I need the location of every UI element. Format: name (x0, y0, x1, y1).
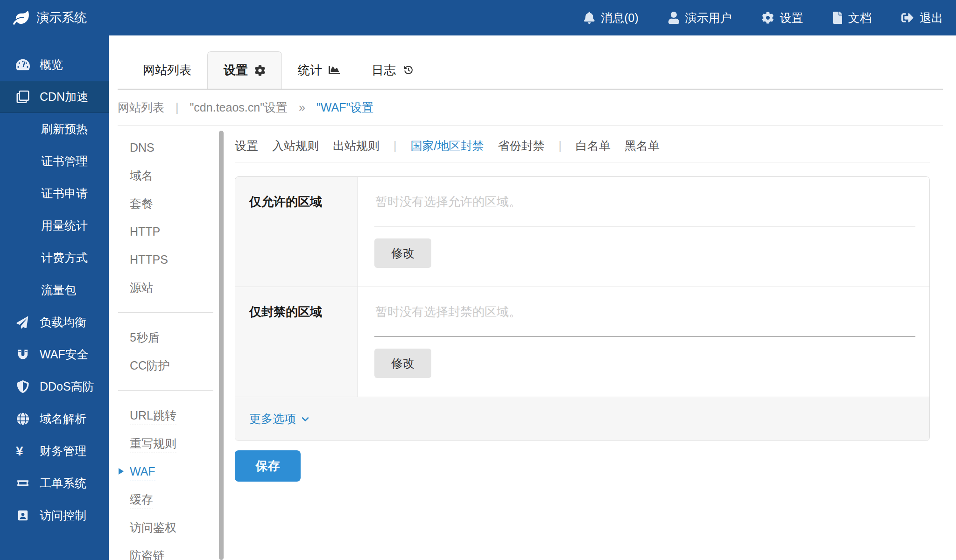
user-icon (668, 12, 679, 24)
sidebar-item-overview[interactable]: 概览 (0, 49, 109, 81)
document-icon (833, 12, 843, 24)
yen-icon: ¥ (16, 445, 33, 458)
save-button[interactable]: 保存 (235, 450, 301, 482)
globe-icon (16, 413, 33, 425)
user-menu-item[interactable]: 演示用户 (668, 10, 732, 26)
top-menu: 消息(0) 演示用户 设置 文档 退出 (584, 10, 943, 26)
menu-divider (118, 312, 213, 313)
tab-statistics[interactable]: 统计 (282, 51, 356, 89)
brand-title: 演示系统 (36, 9, 87, 26)
settings-side-menu: DNS 域名 套餐 HTTP HTTPS 源站 5秒盾 CC防护 URL跳转 重… (109, 126, 219, 560)
sidebar-item-usage-stats[interactable]: 用量统计 (0, 210, 109, 242)
sidebar-item-traffic-pack[interactable]: 流量包 (0, 274, 109, 306)
allowed-regions-row: 仅允许的区域 暂时没有选择允许的区域。 修改 (235, 177, 929, 287)
breadcrumb: 网站列表 | "cdn.teaos.cn"设置 » "WAF"设置 (118, 90, 943, 126)
waf-nav-province-block[interactable]: 省份封禁 (498, 138, 544, 154)
breadcrumb-site-list[interactable]: 网站列表 (118, 100, 164, 115)
docs-menu-item[interactable]: 文档 (833, 10, 872, 26)
sidebar-item-load-balance[interactable]: 负载均衡 (0, 306, 109, 338)
sidebar-label: CDN加速 (40, 89, 88, 105)
menu-item-origin[interactable]: 源站 (130, 273, 219, 301)
breadcrumb-site-settings[interactable]: "cdn.teaos.cn"设置 (190, 100, 288, 115)
menu-item-waf[interactable]: WAF (130, 457, 219, 485)
blocked-regions-label: 仅封禁的区域 (235, 287, 358, 397)
tab-label: 统计 (298, 62, 322, 78)
chart-icon (329, 64, 340, 76)
messages-label: 消息(0) (601, 10, 639, 26)
waf-nav-whitelist[interactable]: 白名单 (576, 138, 611, 154)
sidebar-item-cdn[interactable]: CDN加速 (0, 81, 109, 113)
menu-item-url-redirect[interactable]: URL跳转 (130, 401, 219, 429)
sidebar-item-waf-security[interactable]: WAF安全 (0, 338, 109, 371)
menu-item-https[interactable]: HTTPS (130, 245, 219, 273)
menu-item-auth[interactable]: 访问鉴权 (130, 513, 219, 541)
top-bar: 演示系统 消息(0) 演示用户 设置 文档 退出 (0, 0, 956, 35)
tab-settings[interactable]: 设置 (207, 51, 282, 89)
sidebar-item-cert-apply[interactable]: 证书申请 (0, 177, 109, 210)
sidebar-label: 概览 (40, 57, 63, 72)
sidebar-item-access-control[interactable]: 访问控制 (0, 499, 109, 532)
copy-icon (16, 91, 33, 103)
id-card-icon (16, 509, 33, 522)
scrollbar-thumb[interactable] (219, 131, 224, 560)
sidebar-item-refresh-preheat[interactable]: 刷新预热 (0, 113, 109, 145)
sidebar-item-ddos[interactable]: DDoS高防 (0, 371, 109, 403)
blocked-regions-row: 仅封禁的区域 暂时没有选择封禁的区域。 修改 (235, 287, 929, 397)
sidebar-label: 工单系统 (40, 476, 86, 491)
history-icon (402, 64, 414, 76)
tab-logs[interactable]: 日志 (356, 51, 429, 89)
menu-item-rewrite[interactable]: 重写规则 (130, 429, 219, 457)
waf-nav-outbound[interactable]: 出站规则 (333, 138, 380, 154)
waf-nav-inbound[interactable]: 入站规则 (272, 138, 319, 154)
menu-item-plan[interactable]: 套餐 (130, 189, 219, 217)
nav-divider: | (558, 139, 562, 153)
caret-right-icon (119, 468, 124, 475)
breadcrumb-arrow: » (299, 101, 305, 114)
menu-item-cache[interactable]: 缓存 (130, 485, 219, 513)
menu-item-http[interactable]: HTTP (130, 217, 219, 245)
docs-label: 文档 (848, 10, 872, 26)
tab-label: 设置 (224, 62, 248, 78)
sidebar-label: 财务管理 (40, 443, 86, 459)
ticket-icon (16, 477, 33, 490)
menu-item-5s-shield[interactable]: 5秒盾 (130, 323, 219, 351)
gauge-icon (16, 58, 33, 71)
menu-item-hotlink[interactable]: 防盗链 (130, 541, 219, 560)
tab-label: 网站列表 (143, 62, 191, 78)
allowed-regions-label: 仅允许的区域 (235, 177, 358, 287)
waf-nav-blacklist[interactable]: 黑名单 (625, 138, 660, 154)
sidebar-item-tickets[interactable]: 工单系统 (0, 467, 109, 499)
logout-label: 退出 (920, 10, 943, 26)
sign-out-icon (901, 12, 914, 24)
waf-nav-settings[interactable]: 设置 (235, 138, 258, 154)
tab-label: 日志 (372, 62, 396, 78)
logout-menu-item[interactable]: 退出 (901, 10, 943, 26)
waf-nav-country-block[interactable]: 国家/地区封禁 (411, 138, 484, 154)
sidebar-label: 访问控制 (40, 508, 86, 523)
sidebar-label: 负载均衡 (40, 315, 86, 330)
sidebar-item-cert-manage[interactable]: 证书管理 (0, 145, 109, 177)
brand[interactable]: 演示系统 (13, 9, 87, 26)
sidebar-label: 刷新预热 (41, 121, 88, 137)
modify-blocked-button[interactable]: 修改 (374, 349, 431, 378)
messages-menu-item[interactable]: 消息(0) (584, 10, 638, 26)
waf-nav: 设置 入站规则 出站规则 | 国家/地区封禁 省份封禁 | 白名单 黑名单 (235, 138, 930, 162)
sidebar-item-finance[interactable]: ¥ 财务管理 (0, 435, 109, 467)
sidebar-item-dns-resolve[interactable]: 域名解析 (0, 403, 109, 435)
gear-icon (762, 12, 774, 24)
app-window: 演示系统 消息(0) 演示用户 设置 文档 退出 (0, 0, 956, 560)
scrollbar-track (219, 126, 224, 560)
chevron-down-icon (301, 414, 310, 424)
menu-item-cc-protect[interactable]: CC防护 (130, 351, 219, 379)
modify-allowed-button[interactable]: 修改 (374, 238, 431, 268)
sidebar-label: 流量包 (41, 282, 76, 298)
more-options-toggle[interactable]: 更多选项 (235, 397, 929, 441)
tab-site-list[interactable]: 网站列表 (127, 51, 207, 89)
sidebar-item-billing[interactable]: 计费方式 (0, 242, 109, 274)
menu-divider (118, 390, 213, 391)
menu-item-domain[interactable]: 域名 (130, 161, 219, 189)
menu-item-dns[interactable]: DNS (130, 133, 219, 161)
settings-menu-item[interactable]: 设置 (762, 10, 803, 26)
breadcrumb-current[interactable]: "WAF"设置 (316, 100, 373, 115)
sidebar-label: 证书管理 (41, 154, 88, 169)
